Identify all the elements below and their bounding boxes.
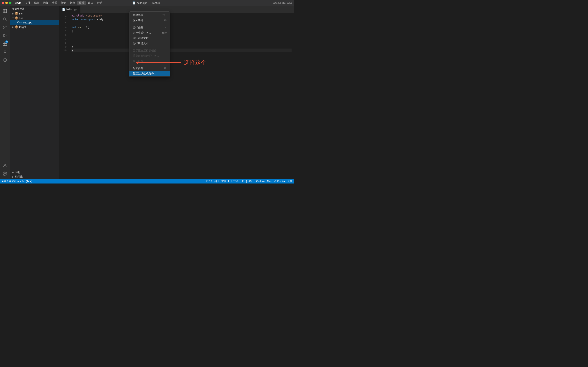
close-button[interactable] xyxy=(2,2,4,4)
explorer-activity-icon[interactable] xyxy=(1,7,9,15)
svg-rect-1 xyxy=(5,9,7,11)
menu-item-configure-default-build[interactable]: 配置默认生成任务... xyxy=(130,71,170,76)
menu-item-label: 终止任务... xyxy=(133,59,146,63)
statusbar-errors[interactable]: ✖ 0 ⚠ 0 xyxy=(2,180,11,183)
menu-item-label: 重启正在运行的任务... xyxy=(133,54,159,58)
tree-label-hello-cpp: hello.cpp xyxy=(22,21,32,24)
source-control-activity-icon[interactable] xyxy=(1,24,9,31)
statusbar-eol[interactable]: LF xyxy=(241,180,244,183)
svg-point-8 xyxy=(3,28,4,29)
menu-item-label: 配置默认生成任务... xyxy=(133,72,156,75)
statusbar: ✖ 0 ⚠ 0 GitLens Pro (Trial) 行 10，列 1 空格:… xyxy=(0,179,294,184)
folder-icon-inc: 📦 xyxy=(15,12,18,15)
tree-item-outline[interactable]: ▶ 大纲 xyxy=(10,170,59,175)
folder-icon-target: 📦 xyxy=(15,25,18,29)
menu-item-label: 运行活动文件 xyxy=(133,36,149,40)
statusbar-spaces[interactable]: 空格: 4 xyxy=(221,180,229,183)
tree-item-src[interactable]: ▼ 📦 src xyxy=(10,16,59,20)
tree-item-timeline[interactable]: ▶ 时间线 xyxy=(10,175,59,179)
statusbar-language[interactable]: { } C++ xyxy=(246,180,254,183)
titlebar-menu: Code 文件 编辑 选择 查看 转到 运行 终端 窗口 帮助 xyxy=(13,1,104,5)
svg-point-6 xyxy=(3,26,4,27)
account-activity-icon[interactable] xyxy=(1,162,9,169)
time-display: 8月18日 周五 22:21 xyxy=(273,1,292,4)
svg-rect-0 xyxy=(3,9,5,11)
tree-label-target: target xyxy=(19,25,26,29)
code-line-10: } xyxy=(71,49,292,52)
menu-item-label: 运行任务... xyxy=(133,26,146,29)
code-editor[interactable]: #include <iostream> using namespace std;… xyxy=(69,13,294,179)
menu-run[interactable]: 运行 xyxy=(68,1,77,5)
gitlens-activity-icon[interactable]: G xyxy=(1,48,9,55)
chevron-right-timeline: ▶ xyxy=(11,176,15,178)
chevron-down-icon-src: ▼ xyxy=(11,17,15,19)
menu-item-run-selected-text[interactable]: 运行所选文本 xyxy=(130,41,170,46)
search-activity-icon[interactable] xyxy=(1,16,9,23)
statusbar-gitlens[interactable]: GitLens Pro (Trial) xyxy=(12,180,32,183)
menu-item-run-active-file[interactable]: 运行活动文件 xyxy=(130,35,170,41)
statusbar-prettier[interactable]: ⚙ Prettier xyxy=(274,180,285,183)
tree-item-target[interactable]: ▶ 📦 target xyxy=(10,25,59,29)
statusbar-left: ✖ 0 ⚠ 0 GitLens Pro (Trial) xyxy=(2,180,32,183)
code-line-3 xyxy=(71,21,292,25)
maximize-button[interactable] xyxy=(9,2,11,4)
code-line-1: #include <iostream> xyxy=(71,14,292,17)
menu-help[interactable]: 帮助 xyxy=(95,1,104,5)
file-icon: 📄 xyxy=(132,1,136,4)
menu-item-new-terminal[interactable]: 新建终端 ⌃⇧` xyxy=(130,12,170,18)
extensions-badge: 28 xyxy=(5,40,8,43)
menu-goto[interactable]: 转到 xyxy=(60,1,68,5)
menu-item-run-task[interactable]: 运行任务... ⌃⇧R xyxy=(130,25,170,30)
statusbar-golive[interactable]: Go Live xyxy=(256,180,265,183)
menu-item-label: 显示正在运行的任务... xyxy=(133,49,159,52)
svg-rect-3 xyxy=(5,11,7,13)
menu-file[interactable]: 文件 xyxy=(24,1,32,5)
editor-title-suffix: — TestC++ xyxy=(149,1,162,4)
statusbar-right: 行 10，列 1 空格: 4 UTF-8 LF { } C++ Go Live … xyxy=(206,180,292,183)
menu-window[interactable]: 窗口 xyxy=(86,1,95,5)
editor-tab-bar: 📄 hello.cpp xyxy=(59,6,294,13)
svg-line-5 xyxy=(6,20,7,21)
cpp-file-icon: C++ xyxy=(17,21,21,24)
tree-label-outline: 大纲 xyxy=(15,170,20,174)
svg-rect-13 xyxy=(5,44,7,45)
settings-activity-icon[interactable] xyxy=(1,170,9,177)
menu-item-label: 运行所选文本 xyxy=(133,42,149,45)
editor-content: 1 2 3 4 5 6 7 8 9 10 #include <iostream>… xyxy=(59,13,294,179)
svg-point-4 xyxy=(3,18,6,20)
menu-select[interactable]: 选择 xyxy=(42,1,50,5)
menu-separator-1 xyxy=(130,24,170,24)
menu-terminal[interactable]: 终端 xyxy=(77,1,86,5)
tree-item-inc[interactable]: ▶ 📦 inc xyxy=(10,11,59,16)
minimize-button[interactable] xyxy=(5,2,8,4)
statusbar-position[interactable]: 行 10，列 1 xyxy=(206,180,219,183)
svg-point-17 xyxy=(4,173,6,174)
editor-tab-hello-cpp[interactable]: 📄 hello.cpp xyxy=(59,6,80,13)
tree-item-hello-cpp[interactable]: C++ hello.cpp xyxy=(10,20,59,25)
extensions-activity-icon[interactable]: 28 xyxy=(1,40,9,47)
titlebar-center: 📄 hello.cpp — TestC++ xyxy=(132,1,162,4)
menu-item-run-build-task[interactable]: 运行生成任务... ⌘F9 xyxy=(130,30,170,35)
chevron-right-icon: ▶ xyxy=(11,12,15,15)
menu-item-label: 运行生成任务... xyxy=(133,31,151,35)
code-line-2: using namespace std; xyxy=(71,17,292,21)
statusbar-feedback[interactable]: 反馈 xyxy=(287,180,292,183)
menu-item-split-terminal[interactable]: 拆分终端 ⌘\ xyxy=(130,18,170,23)
svg-rect-11 xyxy=(3,42,5,43)
code-line-4: int main(){ xyxy=(71,25,292,29)
menu-item-label: 新建终端 xyxy=(133,13,143,17)
statusbar-encoding[interactable]: UTF-8 xyxy=(232,180,238,183)
code-line-8 xyxy=(71,41,292,45)
menu-view[interactable]: 查看 xyxy=(51,1,59,5)
menu-item-restart-task: 重启正在运行的任务... xyxy=(130,53,170,58)
git-history-activity-icon[interactable] xyxy=(1,56,9,64)
run-debug-activity-icon[interactable] xyxy=(1,32,9,39)
app-name: Code xyxy=(13,1,23,5)
menu-item-stop-task: 终止任务... xyxy=(130,58,170,64)
statusbar-platform[interactable]: Mac xyxy=(267,180,272,183)
svg-rect-14 xyxy=(3,44,5,45)
editor-area: 📄 hello.cpp 1 2 3 4 5 6 7 8 9 10 #includ… xyxy=(59,6,294,179)
menu-edit[interactable]: 编辑 xyxy=(33,1,41,5)
menu-separator-3 xyxy=(130,65,170,65)
menu-item-configure-tasks[interactable]: 配置任务... ⌘; xyxy=(130,66,170,71)
